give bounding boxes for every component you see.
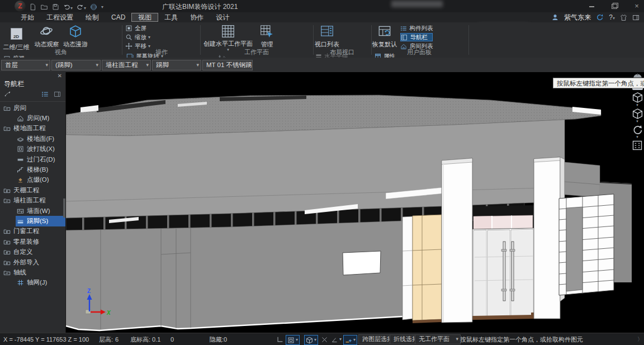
cross-select-icon[interactable] [321,335,328,344]
view-cube-button-2[interactable]: ▾ [632,108,643,122]
rotate-view-button[interactable]: ▾ [632,124,643,138]
refresh-icon[interactable] [596,13,604,21]
sub-select[interactable]: (踢脚) [51,60,101,70]
nav-item-wall-face[interactable]: 墙面(W) [0,206,65,216]
new-file-icon[interactable] [29,3,36,11]
workplane-select[interactable]: 无工作平面 [415,334,461,344]
undo-button[interactable]: ▾ [63,2,73,12]
dynamic-walkthrough-button[interactable]: 动态漫游 [62,23,89,50]
material-select[interactable]: MT 01 不锈钢踢 [202,60,253,70]
panel-splitter-handle[interactable] [63,199,65,218]
nav-group-wall-column-works[interactable]: 墙柱面工程 [0,196,65,206]
collaborate-sphere-icon[interactable] [90,3,97,11]
base-elevation-label: 底标高: [130,333,150,345]
floor-height-value: 6 [115,333,119,345]
nav-group-external-import[interactable]: 外部导入 [0,257,65,267]
nav-item-skirting[interactable]: 踢脚(S) [16,216,65,226]
tab-collaboration[interactable]: 协作 [184,13,210,22]
redo-icon [77,3,84,11]
restore-button[interactable] [610,2,618,10]
viewport-list-icon [320,24,334,39]
ribbon-group-operations: 全屏 缩放▾ 平移▾ 屏幕旋转▾ 显示选中图元▾ 查找图元 操作 [124,22,199,57]
theme-shirt-icon[interactable] [620,14,627,21]
nav-group-ceiling-works[interactable]: 天棚工程 [0,185,65,195]
tab-start[interactable]: 开始 [15,13,40,22]
quick-access-dropdown-icon[interactable]: ▾ [101,4,103,10]
ortho-corner-icon[interactable] [276,335,284,344]
component-tree: 房间 房间(M) 楼地面工程 楼地面(F) 波打线(X) 过门石(D) 楼梯(B… [0,103,65,288]
user-name[interactable]: 紫气东来 [564,13,591,22]
3d-viewport[interactable]: Z X 2D ▾ ▾ ▾ 按鼠标左键指定第一个角点，或拾取构件图元 [66,72,644,333]
help-button[interactable]: ?▾ [609,13,615,21]
menu-right-cluster: 紫气东来 ?▾ [551,12,640,22]
close-button[interactable]: × [633,2,641,10]
zoom-button[interactable]: 缩放▾ [125,33,154,41]
tab-design[interactable]: 设计 [210,13,235,22]
view-mode-toggle[interactable]: ▾ [304,335,318,345]
nav-panel-close-icon[interactable]: ✕ [58,73,62,79]
folder-closed-icon [3,228,11,235]
stone-icon [17,156,24,163]
ribbon: 2D 二维/三维 动态观察 动态漫游 俯视▾ 西南等轴侧▾ 边面▾ 视角 全屏 [0,22,644,58]
category-select[interactable]: 墙柱面工程 [102,60,151,70]
navigation-bar-icon [401,34,408,41]
nav-item-axis-grid[interactable]: 轴网(J) [0,278,65,288]
view-cube-button-1[interactable]: ▾ [632,92,643,106]
mouse-icon[interactable] [632,72,643,78]
user-avatar-icon[interactable] [551,13,559,21]
nav-item-border-line[interactable]: 波打线(X) [0,144,65,154]
component-select[interactable]: 踢脚 [152,60,201,70]
tab-view[interactable]: 视图 [131,13,158,22]
tab-tools[interactable]: 工具 [158,13,184,22]
nav-item-room[interactable]: 房间(M) [0,113,65,123]
tab-project-settings[interactable]: 工程设置 [40,13,79,22]
manage-workplane-button[interactable]: 管理 [257,23,276,50]
tab-cad[interactable]: CAD [105,13,131,22]
nav-item-accent[interactable]: 点缀(O) [0,175,65,185]
nav-group-misc-decoration[interactable]: 零星装修 [0,237,65,247]
component-list-button[interactable]: 构件列表 [400,24,433,32]
nav-group-floor-works[interactable]: 楼地面工程 [0,124,65,134]
dynamic-orbit-button[interactable]: 动态观察 [34,23,59,50]
base-elevation-extra: 0 [171,333,174,345]
nav-item-floor-finish[interactable]: 楼地面(F) [0,134,65,144]
wall-white-sign [343,251,381,275]
panel-view-icon[interactable] [54,91,61,98]
fullscreen-button[interactable]: 全屏 [125,24,154,32]
folder-open-icon [3,105,11,112]
tab-draw[interactable]: 绘制 [79,13,105,22]
save-icon[interactable] [52,3,59,11]
entrance-cream-panels [413,215,442,320]
viewport-list-button[interactable]: 视口列表 [314,23,340,50]
nav-item-stairs[interactable]: 楼梯(B) [0,164,65,174]
status-expand-chevron[interactable]: 〉 [637,333,643,345]
create-horizontal-workplane-button[interactable]: 创建水平工作平面 ▾ [201,24,255,51]
folder-closed-icon [3,238,11,245]
ribbon-group-view-angle: 2D 二维/三维 动态观察 动态漫游 俯视▾ 西南等轴侧▾ 边面▾ 视角 [1,22,121,57]
panel-layout-icon[interactable] [632,14,640,21]
app-logo-icon[interactable]: Z [15,1,26,12]
floor-select[interactable]: 首层 [1,60,50,70]
coordinates-readout: X = -78445 Y = 117653 Z = 100 [3,333,89,345]
command-hint: 按鼠标左键指定第一个角点，或拾取构件图元 [460,333,583,345]
nav-group-door-window-works[interactable]: 门窗工程 [0,226,65,237]
redo-button[interactable]: ▾ [77,2,86,12]
object-snap-toggle[interactable]: ▾ [343,335,357,345]
nav-group-custom[interactable]: 自定义 [0,247,65,257]
lower-wall [66,221,402,330]
schedule-list-button[interactable] [632,140,643,151]
minimize-button[interactable] [588,2,596,10]
angle-snap-icon[interactable]: ▾ [331,335,342,344]
pin-move-icon[interactable] [4,91,11,98]
workplane-display-toggle[interactable]: ▾ [286,335,300,345]
nav-group-axis[interactable]: 轴线 [0,267,65,277]
open-file-icon[interactable] [40,3,48,11]
right-wing-wall [565,162,600,197]
nav-group-room[interactable]: 房间 [0,103,65,113]
list-view-icon[interactable] [41,91,49,98]
folder-open-icon [3,125,11,132]
nav-item-door-stone[interactable]: 过门石(D) [0,154,65,164]
restore-default-button[interactable]: 恢复默认 [372,23,397,50]
manage-grid-icon [259,24,274,39]
navigation-bar-button[interactable]: 导航栏 [400,33,433,41]
